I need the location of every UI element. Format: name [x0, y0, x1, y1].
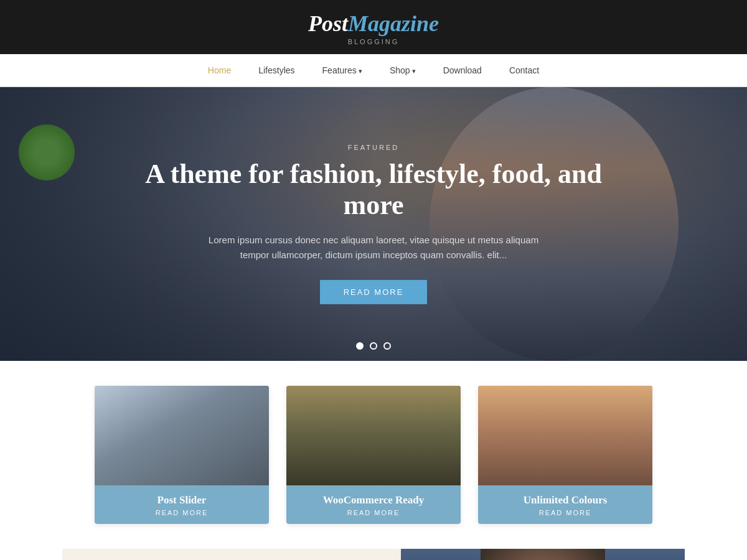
- intro-person-image: [481, 549, 605, 560]
- logo-sub: BLOGGING: [0, 38, 747, 45]
- feature-cards-section: Post Slider READ MORE WooCommerce Ready …: [0, 361, 747, 549]
- nav-item-download: Download: [430, 54, 496, 86]
- nav-link-features[interactable]: Features: [309, 54, 376, 86]
- nav-link-lifestyles[interactable]: Lifestyles: [245, 54, 308, 86]
- feature-card-image-3: [478, 386, 652, 485]
- hero-slider: FEATURED A theme for fashion, lifestyle,…: [0, 87, 747, 361]
- feature-card-image-1: [95, 386, 269, 485]
- feature-card-readmore-2[interactable]: READ MORE: [296, 509, 451, 516]
- main-nav: Home Lifestyles Features Shop Download C…: [0, 54, 747, 87]
- nav-item-features: Features: [309, 54, 376, 86]
- feature-card-body-2: WooCommerce Ready READ MORE: [286, 485, 461, 524]
- hero-featured-label: FEATURED: [131, 144, 616, 151]
- site-header: PostMagazine BLOGGING: [0, 0, 747, 54]
- site-logo: PostMagazine BLOGGING: [0, 11, 747, 45]
- hero-plant-decoration: [19, 124, 75, 180]
- nav-list: Home Lifestyles Features Shop Download C…: [194, 54, 553, 86]
- slider-dots: [356, 342, 391, 350]
- feature-card-body-1: Post Slider READ MORE: [95, 485, 269, 524]
- hero-title: A theme for fashion, lifestyle, food, an…: [131, 159, 616, 222]
- logo-post: Post: [308, 11, 348, 36]
- feature-card-body-3: Unlimited Colours READ MORE: [478, 485, 652, 524]
- feature-card-title-1: Post Slider: [105, 494, 259, 506]
- intro-image-block: [401, 549, 685, 560]
- nav-item-lifestyles: Lifestyles: [245, 54, 308, 86]
- feature-card-post-slider: Post Slider READ MORE: [95, 386, 269, 524]
- feature-card-unlimited-colours: Unlimited Colours READ MORE: [478, 386, 652, 524]
- nav-link-home[interactable]: Home: [194, 54, 245, 86]
- hero-content: FEATURED A theme for fashion, lifestyle,…: [131, 144, 616, 304]
- feature-card-readmore-3[interactable]: READ MORE: [488, 509, 642, 516]
- feature-card-image-2: [286, 386, 461, 485]
- slider-dot-2[interactable]: [370, 342, 377, 350]
- feature-card-woocommerce: WooCommerce Ready READ MORE: [286, 386, 461, 524]
- logo-magazine: Magazine: [348, 11, 439, 36]
- hero-cta-button[interactable]: READ MORE: [320, 280, 428, 304]
- slider-dot-1[interactable]: [356, 342, 364, 350]
- nav-link-contact[interactable]: Contact: [496, 54, 553, 86]
- nav-link-shop[interactable]: Shop: [376, 54, 430, 86]
- nav-item-home: Home: [194, 54, 245, 86]
- nav-link-download[interactable]: Download: [430, 54, 496, 86]
- intro-text-block: Introducing a blog based magazine theme …: [62, 549, 401, 560]
- feature-card-title-3: Unlimited Colours: [488, 494, 642, 506]
- nav-item-contact: Contact: [496, 54, 553, 86]
- slider-dot-3[interactable]: [383, 342, 391, 350]
- hero-description: Lorem ipsum cursus donec nec aliquam lao…: [199, 233, 548, 263]
- nav-item-shop: Shop: [376, 54, 430, 86]
- feature-card-title-2: WooCommerce Ready: [296, 494, 451, 506]
- intro-section: Introducing a blog based magazine theme …: [62, 549, 685, 560]
- feature-card-readmore-1[interactable]: READ MORE: [105, 509, 259, 516]
